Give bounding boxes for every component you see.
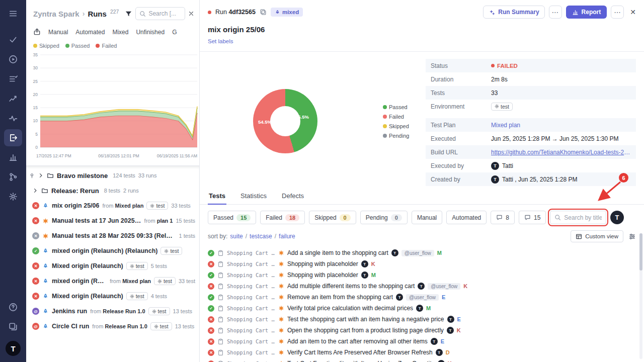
test-title[interactable]: Verify total price calculation with deci…: [287, 305, 413, 312]
run-list-item[interactable]: ✕mixed origin (Relaunch)from Mixed plant…: [26, 274, 199, 289]
suites-icon[interactable]: [4, 70, 22, 87]
more-options-button-2[interactable]: ⋯: [611, 6, 624, 19]
filter-chip-skipped[interactable]: Skipped0: [309, 211, 356, 224]
custom-view-button[interactable]: Custom view: [571, 230, 623, 242]
runs-search-input[interactable]: [148, 10, 181, 17]
help-icon[interactable]: [4, 299, 22, 316]
more-options-button[interactable]: ⋯: [549, 6, 562, 19]
test-row[interactable]: ✓Shopping Cart @first…Remove an item fro…: [208, 292, 638, 303]
test-row[interactable]: ✓Shopping Cart @first…Shopping with plac…: [208, 269, 638, 281]
view-settings-icon[interactable]: [628, 233, 636, 240]
runs-filter-tab-manual[interactable]: Manual: [48, 29, 68, 36]
menu-icon[interactable]: [4, 5, 22, 22]
projects-icon[interactable]: [4, 318, 22, 335]
clipboard-icon[interactable]: [217, 360, 224, 362]
test-row[interactable]: ✓Shopping Cart @first…Add a single item …: [208, 247, 638, 258]
integrations-icon[interactable]: [4, 168, 22, 186]
workspace-name[interactable]: Zyntra Spark: [33, 10, 79, 18]
test-title[interactable]: Verify Cart Items Are Preserved After Br…: [287, 349, 433, 356]
runs-filter-tab-unfinished[interactable]: Unfinished: [136, 29, 165, 36]
run-list-item[interactable]: ✕Mixed origin (Relaunch)test4 tests: [26, 289, 199, 304]
saved-views-icon[interactable]: [33, 28, 41, 36]
run-list-item[interactable]: ✕Mixed origin (Relaunch)test5 tests: [26, 258, 199, 274]
clipboard-icon[interactable]: [217, 294, 224, 301]
clipboard-icon[interactable]: [217, 349, 224, 356]
clipboard-icon[interactable]: [217, 250, 224, 256]
test-title[interactable]: Open the shopping cart from a product li…: [287, 327, 444, 334]
comments-filter-chip[interactable]: 15: [519, 211, 546, 224]
run-list-item[interactable]: ✕Manual tests at 28 Mar 2025 09:33 (Rela…: [26, 228, 199, 243]
filter-chip-passed[interactable]: Passed15: [208, 211, 256, 224]
test-row[interactable]: ✕Shopping Cart @first…Test the shopping …: [208, 314, 638, 325]
set-labels-link[interactable]: Set labels: [208, 38, 233, 44]
test-row[interactable]: ✕Shopping Cart @first…Add multiple diffe…: [208, 281, 638, 292]
test-row[interactable]: ✓Shopping Cart @first…Verify total price…: [208, 303, 638, 314]
play-icon[interactable]: [4, 51, 22, 68]
milestone-row[interactable]: Release: Rerun8 tests2 runs: [26, 183, 199, 198]
run-list-item[interactable]: @Jenkins runfrom Release Run 1.0test13 t…: [26, 304, 199, 319]
test-row[interactable]: ✕Shopping Cart @first…Test Cart Function…: [208, 358, 638, 362]
test-title[interactable]: Add a single item to the shopping cart: [287, 249, 388, 256]
test-row[interactable]: ✕Shopping Cart @first…Open the shopping …: [208, 325, 638, 336]
milestone-row[interactable]: Bravo milestone124 tests33 runs: [26, 168, 199, 183]
sort-by-testcase[interactable]: testcase: [250, 233, 272, 240]
run-list-item[interactable]: ✓mixed origin (Relaunch) (Relaunch)test: [26, 243, 199, 258]
close-run-icon[interactable]: ✕: [630, 8, 636, 16]
copy-run-id-icon[interactable]: [260, 9, 267, 16]
clipboard-icon[interactable]: [217, 283, 224, 290]
tab-defects[interactable]: Defects: [281, 189, 305, 204]
filter-chip-pending[interactable]: Pending0: [360, 211, 408, 224]
runs-search-box[interactable]: [135, 7, 185, 20]
test-title[interactable]: Shopping with placeholder: [287, 272, 358, 279]
settings-icon[interactable]: [4, 188, 22, 205]
tests-search-box[interactable]: [550, 211, 606, 224]
tab-tests[interactable]: Tests: [208, 189, 226, 205]
reports-icon[interactable]: [4, 149, 22, 166]
run-list-item[interactable]: ✕mix origin 25/06from Mixed plantest33 t…: [26, 198, 199, 213]
build-url-link[interactable]: https://github.com/TetianaKhomenko/Load-…: [491, 149, 631, 156]
user-avatar[interactable]: T: [610, 211, 624, 224]
metrics-icon[interactable]: [4, 90, 22, 107]
test-title[interactable]: Shopping with placeholder: [287, 260, 358, 267]
workspace-avatar[interactable]: T: [6, 341, 21, 356]
filter-funnel-icon[interactable]: [125, 10, 132, 18]
chevron-right-icon[interactable]: [38, 172, 44, 178]
clipboard-icon[interactable]: [217, 338, 224, 345]
sort-by-suite[interactable]: suite: [230, 233, 243, 240]
test-title[interactable]: Add multiple different items to the shop…: [287, 283, 415, 290]
test-plan-link[interactable]: Mixed plan: [491, 122, 520, 129]
runs-filter-tab-mixed[interactable]: Mixed: [112, 29, 128, 36]
clipboard-icon[interactable]: [217, 305, 224, 312]
vertical-scrollbar[interactable]: [639, 233, 642, 359]
test-title[interactable]: Test the shopping cart with an item havi…: [287, 316, 444, 323]
clipboard-icon[interactable]: [217, 261, 224, 267]
test-title[interactable]: Remove an item from the shopping cart: [287, 294, 393, 301]
clipboard-icon[interactable]: [217, 272, 224, 279]
comments-filter-chip[interactable]: 8: [491, 211, 515, 224]
sort-by-failure[interactable]: failure: [279, 233, 295, 240]
chevron-right-icon[interactable]: [32, 188, 38, 194]
runs-filter-tab-g[interactable]: G: [172, 29, 177, 36]
launches-icon[interactable]: [4, 129, 22, 146]
test-row[interactable]: ✕Shopping Cart @first…Shopping with plac…: [208, 258, 638, 269]
activity-icon[interactable]: [4, 110, 22, 127]
test-row[interactable]: ✕Shopping Cart @first…Verify Cart Items …: [208, 347, 638, 358]
close-search-icon[interactable]: [188, 11, 194, 17]
filter-chip-manual[interactable]: Manual: [412, 211, 442, 224]
report-button[interactable]: Report: [566, 6, 607, 19]
clipboard-icon[interactable]: [217, 327, 224, 334]
filter-chip-automated[interactable]: Automated: [446, 211, 487, 224]
tasks-icon[interactable]: [4, 31, 22, 48]
runs-filter-tab-automated[interactable]: Automated: [75, 29, 105, 36]
run-list-item[interactable]: @Circle CI runfrom Release Run 1.0test13…: [26, 319, 199, 334]
scrollbar-thumb[interactable]: [639, 233, 642, 270]
clipboard-icon[interactable]: [217, 316, 224, 323]
run-summary-button[interactable]: Run Summary: [483, 6, 544, 19]
filter-chip-failed[interactable]: Failed18: [260, 211, 305, 224]
test-row[interactable]: ✕Shopping Cart @first…Add an item to the…: [208, 336, 638, 347]
tab-statistics[interactable]: Statistics: [239, 189, 268, 204]
tests-search-input[interactable]: [564, 214, 602, 221]
test-title[interactable]: Test Cart Functionality with Items Havin…: [287, 360, 435, 362]
test-title[interactable]: Add an item to the cart after removing a…: [287, 338, 428, 345]
run-list-item[interactable]: ✕Manual tests at 17 Jun 2025 10:09from p…: [26, 213, 199, 228]
